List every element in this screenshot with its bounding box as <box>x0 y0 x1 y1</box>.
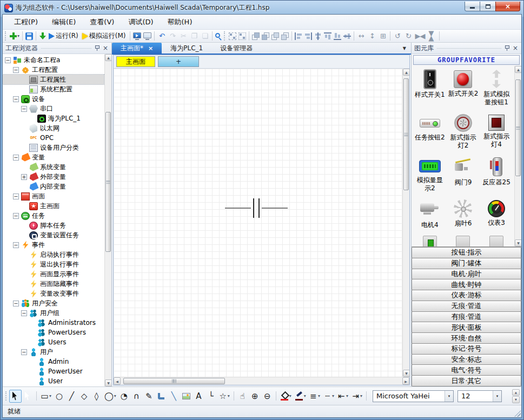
scroll-down-icon[interactable]: ▼ <box>515 239 521 246</box>
bring-to-front-button[interactable] <box>251 30 261 42</box>
palette-item-partial[interactable] <box>480 236 513 246</box>
bezier-tool[interactable]: ✎ <box>143 390 155 403</box>
font-select[interactable]: Microsoft YaHei ▾ <box>373 390 454 402</box>
arc-tool[interactable]: ∩ <box>130 390 143 403</box>
tree-item[interactable]: −用户组 <box>3 308 104 318</box>
polyline-tool[interactable]: └ <box>205 390 217 403</box>
tree-item[interactable]: Admin <box>3 357 104 366</box>
text-tool[interactable]: A <box>193 390 205 403</box>
scrollbar-track[interactable] <box>121 377 402 385</box>
scroll-up-icon[interactable]: ▲ <box>105 54 111 61</box>
palette-item[interactable]: 仪表3 <box>480 199 513 229</box>
tree-item[interactable]: −用户 <box>3 347 104 357</box>
image-tool[interactable] <box>180 390 193 403</box>
undo-button[interactable]: ↶ <box>156 30 167 42</box>
palette-category[interactable]: 形状·面板 <box>412 322 521 333</box>
expander-icon[interactable]: − <box>13 301 19 306</box>
palette-item[interactable]: 新式开关2 <box>447 69 480 106</box>
tree-item[interactable]: 脚本任务 <box>3 221 104 230</box>
palette-item[interactable]: 阀门9 <box>447 156 480 192</box>
expander-icon[interactable]: − <box>13 96 19 102</box>
find-button[interactable] <box>214 30 223 42</box>
palette-category[interactable]: 日常·其它 <box>412 375 521 386</box>
canvas-vertical-scrollbar[interactable]: ▲ ▼ <box>402 69 409 377</box>
palette-item[interactable]: 反应器25 <box>480 156 513 192</box>
rotate-left-button[interactable]: ↺ <box>392 30 403 42</box>
group-button[interactable] <box>228 30 237 42</box>
palette-category[interactable]: 仪表·游标 <box>412 290 521 301</box>
tab-main-screen[interactable]: 主画面*× <box>112 43 162 54</box>
arrow-start-tool[interactable]: ⇤▾ <box>336 390 350 403</box>
scroll-right-icon[interactable]: ▶ <box>402 377 409 385</box>
simulate-run-button[interactable]: 模拟运行(M) <box>81 30 129 42</box>
expander-icon[interactable]: + <box>21 174 27 180</box>
star-tool[interactable]: ☆▾ <box>217 390 231 403</box>
tree-item[interactable]: 主画面 <box>3 201 104 211</box>
align-bottom-button[interactable] <box>333 30 342 42</box>
palette-category[interactable]: 无痕·管道 <box>412 301 521 312</box>
align-center-horizontal-button[interactable] <box>313 30 323 42</box>
scrollbar-thumb[interactable] <box>403 78 409 190</box>
rotate-right-button[interactable]: ↻ <box>403 30 414 42</box>
ellipse-tool[interactable]: ◯▾ <box>103 390 118 403</box>
tree-item[interactable]: −未命名工程a <box>3 55 104 65</box>
tree-item[interactable]: 系统变量 <box>3 162 104 172</box>
spin-up-icon[interactable]: ▲ <box>512 389 520 396</box>
line-color-tool[interactable]: ▾ <box>293 390 308 403</box>
tree-item[interactable]: 系统栏配置 <box>3 84 104 94</box>
scroll-down-icon[interactable]: ▼ <box>403 370 410 377</box>
maximize-button[interactable] <box>480 2 495 11</box>
palette-item[interactable]: 新式模拟量按钮1 <box>480 69 513 106</box>
scrollbar-track[interactable] <box>105 61 111 379</box>
palette-category[interactable]: 曲线·时钟 <box>412 279 521 290</box>
same-height-button[interactable]: ↕ <box>367 30 377 42</box>
palette-category[interactable]: 按钮·指示 <box>412 247 521 258</box>
diamond-tool[interactable]: ◇ <box>78 390 90 403</box>
palette-category[interactable]: 标记·符号 <box>412 343 521 355</box>
chevron-down-icon[interactable]: ▾ <box>445 391 453 402</box>
scrollbar-thumb[interactable] <box>515 79 521 176</box>
arrow-end-tool[interactable]: ⇥▾ <box>350 390 364 403</box>
expander-icon[interactable]: − <box>5 57 11 63</box>
tree-item[interactable]: −任务 <box>3 211 104 221</box>
palette-item-partial[interactable] <box>414 236 446 246</box>
pin-icon[interactable] <box>505 45 509 51</box>
align-left-button[interactable] <box>294 30 303 42</box>
tree-item[interactable]: PowerUsers <box>3 328 104 337</box>
palette-scrollbar[interactable]: ▲ ▼ <box>514 66 521 246</box>
save-button[interactable] <box>24 30 34 42</box>
menu-item[interactable]: 帮助(H) <box>161 15 200 29</box>
scroll-down-icon[interactable]: ▼ <box>105 379 111 386</box>
line-style-tool[interactable]: ┄▾ <box>322 390 336 403</box>
palette-item[interactable]: 样式开关1 <box>414 69 446 106</box>
select-alt-tool[interactable] <box>22 390 34 403</box>
minimize-button[interactable] <box>465 2 480 11</box>
monitor-button[interactable] <box>142 30 152 42</box>
resize-grip[interactable] <box>514 410 521 417</box>
tree-scrollbar[interactable]: ▲ ▼ <box>104 54 111 386</box>
same-size-button[interactable]: ⊞ <box>377 30 388 42</box>
polygon-tool[interactable]: ◊ <box>90 390 103 403</box>
menu-item[interactable]: 工程(P) <box>7 15 45 29</box>
palette-category[interactable]: 环境·自然 <box>412 332 521 344</box>
tree-item[interactable]: 工程属性 <box>3 75 104 84</box>
bring-forward-button[interactable] <box>270 30 280 42</box>
tree-item[interactable]: PowerUser <box>3 366 104 376</box>
add-object-button[interactable]: ▾ <box>9 30 21 42</box>
close-panel-icon[interactable]: × <box>102 45 109 51</box>
design-canvas[interactable] <box>114 69 402 377</box>
tree-item[interactable]: Users <box>3 337 104 347</box>
tree-item[interactable]: −用户安全 <box>3 298 104 308</box>
scrollbar-thumb[interactable] <box>123 378 225 384</box>
palette-category[interactable]: 电机·扇叶 <box>412 269 521 280</box>
scrollbar-thumb[interactable] <box>105 112 111 252</box>
tab-list-dropdown-icon[interactable]: ▼ <box>398 46 411 51</box>
expander-icon[interactable]: − <box>13 194 19 199</box>
circle-tool[interactable]: ○ <box>53 390 65 403</box>
segment-tool[interactable]: ╲ <box>168 390 180 403</box>
expander-icon[interactable]: − <box>13 242 19 248</box>
tree-item[interactable]: +外部变量 <box>3 172 104 182</box>
rectangle-tool[interactable]: ▭▾ <box>39 390 53 403</box>
tree-item[interactable]: OPCOPC <box>3 133 104 143</box>
fill-color-tool[interactable]: ▾ <box>278 390 293 403</box>
